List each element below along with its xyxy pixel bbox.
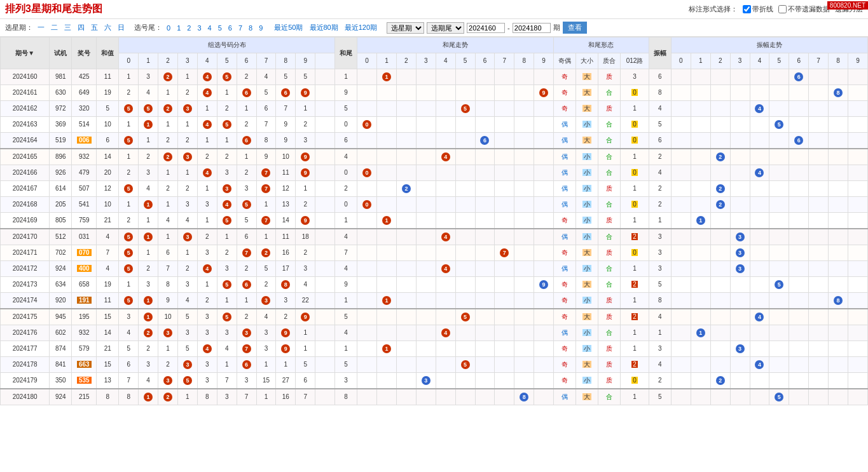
cell: 1: [377, 213, 397, 229]
checkbox-line-label[interactable]: 带折线: [743, 4, 773, 14]
cell: 4: [139, 373, 158, 389]
cell: [436, 181, 455, 197]
xq-wed[interactable]: 三: [62, 22, 73, 33]
cell: 3: [730, 261, 750, 277]
cell: [809, 181, 829, 197]
checkbox-line[interactable]: [743, 5, 751, 13]
hw-2[interactable]: 2: [185, 24, 193, 32]
cell: [514, 165, 534, 181]
cell: [789, 389, 809, 405]
recent-80[interactable]: 最近80期: [308, 22, 340, 33]
cell: 3: [335, 373, 357, 389]
cell: 9: [276, 117, 296, 133]
cell: 7: [237, 245, 256, 261]
cell: [750, 261, 769, 277]
th-odd-even: 奇偶: [554, 53, 576, 69]
cell: 658: [72, 277, 97, 293]
cell: 奇: [554, 277, 576, 293]
xq-sat[interactable]: 六: [102, 22, 113, 33]
hw-1[interactable]: 1: [175, 24, 183, 32]
cell: 11: [276, 229, 296, 245]
th-hw0: 0: [357, 53, 377, 69]
cell: 质: [598, 357, 621, 373]
period-id: 2024162: [13, 105, 38, 112]
cell: [829, 101, 848, 117]
path012: 2: [631, 281, 638, 288]
cell: [809, 389, 829, 405]
period-id: 2024175: [13, 313, 38, 320]
cell: [691, 69, 710, 85]
xingqi-select[interactable]: 选星期: [387, 22, 424, 34]
xq-tue[interactable]: 二: [49, 22, 60, 33]
cell: [750, 85, 769, 101]
big-small-tag: 小: [582, 265, 591, 272]
cell: [396, 261, 416, 277]
table-row: 2024175945195153110535242955奇大质244: [1, 309, 868, 325]
recent-120[interactable]: 最近120期: [343, 22, 379, 33]
cell: 972: [50, 101, 72, 117]
cell: 1: [377, 341, 397, 357]
cell: 3: [256, 325, 276, 341]
cell: 6: [789, 69, 809, 85]
cell: [671, 325, 691, 341]
cell: [809, 261, 829, 277]
xq-thu[interactable]: 四: [76, 22, 86, 33]
cell: [848, 181, 867, 197]
xq-sun[interactable]: 日: [116, 22, 127, 33]
query-button[interactable]: 查看: [563, 22, 587, 34]
cell: [691, 165, 710, 181]
cell: 奇: [554, 69, 576, 85]
recent-50[interactable]: 最近50期: [272, 22, 305, 33]
xq-mon[interactable]: 一: [36, 22, 46, 33]
hw-8[interactable]: 8: [247, 24, 254, 32]
checkbox-noleak-label[interactable]: 不带遗漏数据: [778, 4, 830, 14]
cell: 2: [237, 261, 256, 277]
cell: [315, 325, 335, 341]
cell: 3: [649, 229, 671, 245]
path012: 0: [631, 249, 638, 256]
cell: [495, 69, 514, 85]
cell: [671, 213, 691, 229]
xq-fri[interactable]: 五: [89, 22, 100, 33]
th-amplitude: 振幅: [649, 37, 671, 69]
hw-0[interactable]: 0: [165, 24, 172, 32]
cell: [475, 181, 495, 197]
cell: [514, 133, 534, 149]
hw-9[interactable]: 9: [257, 24, 265, 32]
table-row: 202417884166315632331611555奇大质244: [1, 357, 868, 373]
cell: [377, 181, 397, 197]
cell: [315, 389, 335, 405]
checkbox-noleak[interactable]: [778, 5, 787, 13]
cell: [829, 309, 848, 325]
th-group: 组选号码分布: [119, 37, 335, 53]
cell: 1: [177, 389, 197, 405]
hewei-value: 7: [344, 249, 348, 256]
cell: [396, 357, 416, 373]
hewei-select[interactable]: 选期尾: [427, 22, 464, 34]
hw-7[interactable]: 7: [237, 24, 244, 32]
cell: 3: [649, 261, 671, 277]
cell: 1: [139, 197, 158, 213]
hw-3[interactable]: 3: [195, 24, 203, 32]
cell: 507: [72, 181, 97, 197]
cell: [750, 149, 769, 165]
cell: 2: [217, 149, 237, 165]
cell: [495, 261, 514, 277]
period-to-input[interactable]: [513, 23, 551, 33]
table-row: 20241645190066512211689366偶大合066: [1, 133, 868, 149]
quality-tag: 质: [606, 345, 612, 352]
hewei-value: 1: [344, 217, 348, 224]
cell: [534, 229, 554, 245]
cell: 3: [139, 165, 158, 181]
cell: 1: [139, 245, 158, 261]
cell: 2: [119, 213, 139, 229]
odd-even-tag: 奇: [561, 105, 568, 112]
cell: 偶: [554, 197, 576, 213]
cell: 5: [177, 309, 197, 325]
hw-5[interactable]: 5: [216, 24, 224, 32]
period-from-input[interactable]: [467, 23, 505, 33]
hw-4[interactable]: 4: [206, 24, 214, 32]
cell: 3: [139, 69, 158, 85]
hw-6[interactable]: 6: [226, 24, 234, 32]
cell: 9: [296, 309, 315, 325]
